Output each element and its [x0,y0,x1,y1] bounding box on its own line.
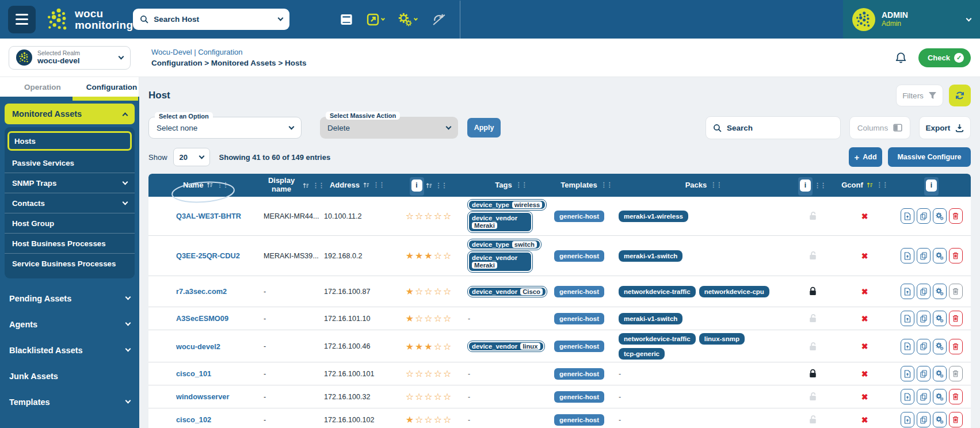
columns-button[interactable]: Columns [849,116,910,139]
massive-action-select[interactable]: Select Massive Action Delete [320,117,458,139]
host-name-link[interactable]: cisco_102 [176,415,211,424]
drag-handle-icon[interactable]: ⋮⋮ [516,181,527,189]
refresh-button[interactable] [949,85,971,106]
configure-host-button[interactable] [933,208,947,224]
sidebar-item-monitored-assets[interactable]: Monitored Assets [5,104,135,124]
hamburger-menu-button[interactable] [8,6,36,33]
drag-handle-icon[interactable]: ⋮⋮ [710,181,722,189]
duplicate-host-button[interactable] [917,366,931,381]
sidebar-item-blacklisted-assets[interactable]: Blacklisted Assets [5,337,135,363]
host-name-link[interactable]: Q3EE-25QR-CDU2 [176,251,240,260]
export-button[interactable]: Export [919,116,971,139]
host-name-link[interactable]: wocu-devel2 [176,342,220,351]
export-host-button[interactable] [901,412,914,427]
breadcrumb-context[interactable]: Wocu-Devel | Configuration [151,48,307,56]
breadcrumb-path[interactable]: Configuration > Monitored Assets > Hosts [151,59,307,67]
notifications-bell-icon[interactable] [895,52,907,64]
delete-host-button[interactable] [949,339,963,354]
configure-host-button[interactable] [933,311,947,326]
docs-book-icon[interactable] [340,14,353,25]
drag-handle-icon[interactable]: ⋮⋮ [876,181,888,189]
check-button[interactable]: Check ✓ [918,48,971,67]
sidebar-item-junk-assets[interactable]: Junk Assets [5,363,135,389]
drag-handle-icon[interactable]: ⋮⋮ [436,182,447,189]
sort-icon[interactable] [867,182,873,188]
sidebar-item-snmp-traps[interactable]: SNMP Traps [5,173,135,193]
page-size-select[interactable]: 20 [173,148,210,166]
tab-configuration[interactable]: Configuration [86,83,137,91]
host-search-input[interactable] [154,15,273,24]
add-button[interactable]: + Add [849,147,882,167]
duplicate-host-button[interactable] [917,389,931,404]
delete-host-button[interactable] [949,208,963,224]
duplicate-host-button[interactable] [917,208,931,224]
sidebar-item-contacts[interactable]: Contacts [5,193,135,213]
column-header-packs[interactable]: Packs⋮⋮ [619,181,788,190]
sort-icon[interactable] [303,182,309,189]
export-host-button[interactable] [901,208,914,224]
drag-handle-icon[interactable]: ⋮⋮ [216,181,228,189]
column-header-gconf[interactable]: Gconf⋮⋮ [837,181,892,190]
table-search-input[interactable] [727,124,833,132]
sidebar-item-host-group[interactable]: Host Group [5,213,135,234]
chevron-down-icon[interactable] [278,16,284,21]
sync-disabled-icon[interactable] [431,13,447,26]
export-host-button[interactable] [901,248,914,263]
column-header-info-7[interactable]: i⋮⋮ [788,179,837,192]
external-link-icon[interactable] [367,13,384,26]
host-name-link[interactable]: cisco_101 [176,369,211,378]
column-header-info-3[interactable]: i⋮⋮ [390,179,468,192]
tab-operation[interactable]: Operation [24,83,61,91]
duplicate-host-button[interactable] [917,248,931,263]
export-host-button[interactable] [901,339,914,354]
sort-icon[interactable] [207,182,213,188]
delete-host-button[interactable] [949,284,963,299]
sidebar-item-passive-services[interactable]: Passive Services [5,153,135,173]
host-name-link[interactable]: A3SecESMO09 [176,314,228,323]
duplicate-host-button[interactable] [917,412,931,427]
column-header-info-9[interactable]: i [892,179,971,192]
host-name-link[interactable]: r7.a3sec.com2 [176,287,227,296]
export-host-button[interactable] [901,311,914,326]
filters-button[interactable]: Filters [896,85,943,106]
column-header-display-name[interactable]: Display name⋮⋮ [264,177,324,193]
delete-host-button[interactable] [949,311,963,326]
drag-handle-icon[interactable]: ⋮⋮ [373,181,384,189]
realm-selector[interactable]: Selected Realm wocu-devel [9,46,131,70]
configure-host-button[interactable] [933,284,947,299]
configure-host-button[interactable] [933,366,947,381]
admin-menu[interactable]: ADMIN Admin [843,0,980,39]
settings-gears-icon[interactable] [398,13,417,26]
column-header-tags[interactable]: Tags⋮⋮ [468,181,554,190]
delete-host-button[interactable] [949,389,963,404]
option-select[interactable]: Select an Option Select none [148,117,302,139]
duplicate-host-button[interactable] [917,311,931,326]
delete-host-button[interactable] [949,366,963,381]
delete-host-button[interactable] [949,248,963,263]
export-host-button[interactable] [901,389,914,404]
sidebar-item-agents[interactable]: Agents [5,311,135,337]
drag-handle-icon[interactable]: ⋮⋮ [601,181,612,189]
configure-host-button[interactable] [933,389,947,404]
configure-host-button[interactable] [933,412,947,427]
drag-handle-icon[interactable]: ⋮⋮ [312,182,324,189]
export-host-button[interactable] [901,366,914,381]
delete-host-button[interactable] [949,412,963,427]
sidebar-item-pending-assets[interactable]: Pending Assets [5,285,135,311]
host-name-link[interactable]: windowsserver [176,392,229,401]
sidebar-item-hosts[interactable]: Hosts [7,131,132,151]
sort-icon[interactable] [363,182,369,188]
sort-icon[interactable] [426,182,432,189]
sidebar-item-templates[interactable]: Templates [5,389,135,415]
configure-host-button[interactable] [933,248,947,263]
column-header-name[interactable]: Name⋮⋮ [148,181,264,190]
column-header-address[interactable]: Address⋮⋮ [324,181,390,190]
column-header-templates[interactable]: Templates⋮⋮ [554,181,619,190]
massive-configure-button[interactable]: Massive Configure [888,147,971,167]
configure-host-button[interactable] [933,339,947,354]
sidebar-item-service-business-processes[interactable]: Service Business Processes [5,254,135,274]
host-name-link[interactable]: Q3AL-WE3T-BHTR [176,212,241,220]
duplicate-host-button[interactable] [917,339,931,354]
export-host-button[interactable] [901,284,914,299]
duplicate-host-button[interactable] [917,284,931,299]
